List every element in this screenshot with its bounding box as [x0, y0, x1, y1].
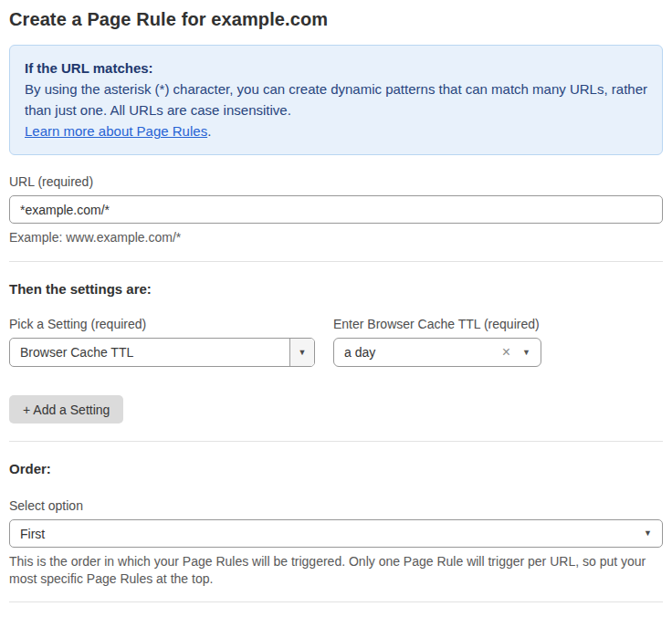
ttl-select[interactable]: a day × ▼ — [333, 338, 541, 367]
order-helper-text: This is the order in which your Page Rul… — [9, 553, 663, 588]
setting-picker-label: Pick a Setting (required) — [9, 317, 315, 331]
setting-picker-column: Pick a Setting (required) Browser Cache … — [9, 317, 315, 367]
order-section-heading: Order: — [9, 461, 663, 476]
divider — [9, 601, 663, 602]
link-suffix-period: . — [207, 123, 211, 139]
url-field-label: URL (required) — [9, 174, 663, 189]
learn-more-link[interactable]: Learn more about Page Rules — [25, 123, 207, 139]
divider — [9, 261, 663, 262]
setting-select-arrow-box[interactable]: ▼ — [289, 339, 314, 366]
setting-select-value: Browser Cache TTL — [10, 339, 289, 366]
setting-select[interactable]: Browser Cache TTL ▼ — [9, 338, 315, 367]
url-input[interactable] — [9, 195, 663, 224]
order-select-label: Select option — [9, 498, 663, 513]
order-select[interactable]: First ▼ — [9, 519, 663, 548]
ttl-select-value: a day — [344, 345, 502, 360]
add-setting-button[interactable]: + Add a Setting — [9, 395, 123, 424]
settings-row: Pick a Setting (required) Browser Cache … — [9, 317, 663, 367]
ttl-picker-column: Enter Browser Cache TTL (required) a day… — [333, 317, 541, 367]
url-match-info-banner: If the URL matches: By using the asteris… — [9, 45, 663, 155]
chevron-down-icon: ▼ — [644, 529, 652, 538]
ttl-picker-label: Enter Browser Cache TTL (required) — [333, 317, 541, 331]
info-banner-link-line: Learn more about Page Rules. — [25, 120, 647, 141]
url-example-helper: Example: www.example.com/* — [9, 229, 663, 246]
clear-icon[interactable]: × — [502, 345, 510, 360]
info-banner-heading: If the URL matches: — [25, 58, 647, 78]
page-rule-form: Create a Page Rule for example.com If th… — [0, 0, 672, 617]
chevron-down-icon: ▼ — [522, 349, 530, 357]
url-field-section: URL (required) Example: www.example.com/… — [9, 174, 663, 246]
chevron-down-icon: ▼ — [299, 349, 307, 357]
page-title: Create a Page Rule for example.com — [9, 9, 663, 30]
settings-section-heading: Then the settings are: — [9, 281, 663, 297]
info-banner-body: By using the asterisk (*) character, you… — [25, 78, 647, 120]
divider — [9, 441, 663, 442]
order-select-value: First — [20, 527, 644, 541]
